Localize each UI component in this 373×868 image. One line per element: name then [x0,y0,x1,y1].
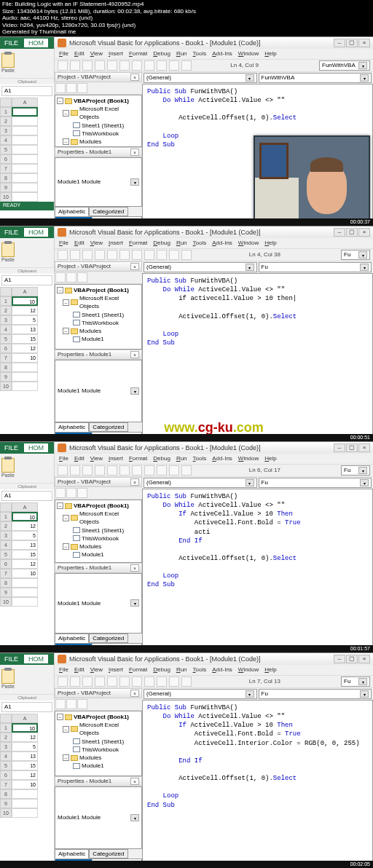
object-dropdown[interactable]: (General)▾ [144,73,257,83]
toggle-folders-icon[interactable] [77,83,87,93]
menu-help[interactable]: Help [264,50,276,58]
menu-run[interactable]: Run [176,455,187,462]
menu-insert[interactable]: Insert [109,455,123,462]
object-combo[interactable]: Module1 Module▾ [55,157,142,207]
menu-tools[interactable]: Tools [193,50,207,58]
vbe-toolbar[interactable]: Ln 4, Col 9 FunWithVBA▾ [55,59,373,72]
code-editor[interactable]: Public Sub FunWithVBA() Do While ActiveC… [142,700,373,868]
tool-copy-icon[interactable] [95,60,105,71]
menu-tools[interactable]: Tools [193,240,207,247]
meta-line2: Size: 13430614 bytes (12.81 MiB), durati… [2,8,371,15]
menu-run[interactable]: Run [176,666,187,674]
menu-run[interactable]: Run [176,240,187,247]
menu-insert[interactable]: Insert [109,50,123,58]
menu-file[interactable]: File [59,50,68,58]
menu-view[interactable]: View [90,50,103,58]
col-A-header[interactable]: A [12,98,38,107]
maximize-button[interactable]: ▢ [346,39,358,47]
menu-file[interactable]: File [59,455,68,462]
menu-view[interactable]: View [90,240,103,247]
menu-format[interactable]: Format [129,50,147,58]
minimize-button[interactable]: – [334,39,345,47]
project-tree[interactable]: –VBAProject (Book1)–Microsoft Excel Obje… [55,95,142,147]
vbe-window: Microsoft Visual Basic for Applications … [55,37,373,226]
tool-save-icon[interactable] [70,60,80,71]
properties-title[interactable]: Properties - Module1× [55,147,142,157]
view-object-icon[interactable] [66,83,76,93]
frame-1: FILE HOM Paste Clipboard A1 A 1234567891… [0,36,373,226]
menu-tools[interactable]: Tools [193,666,207,674]
tool-break-icon[interactable] [157,60,167,71]
home-tab[interactable]: HOM [24,39,48,47]
menu-debug[interactable]: Debug [153,666,170,674]
menu-format[interactable]: Format [129,455,147,462]
vbe-icon [58,655,66,663]
view-code-icon[interactable] [55,83,66,93]
tool-cut-icon[interactable] [82,60,93,71]
grid[interactable]: 12345678910 [0,107,54,202]
menu-debug[interactable]: Debug [153,455,170,462]
menu-edit[interactable]: Edit [74,240,85,247]
menu-window[interactable]: Window [238,455,259,462]
clipboard-label: Clipboard [0,78,54,84]
menu-run[interactable]: Run [176,50,187,58]
vbe-icon [58,443,66,452]
menu-debug[interactable]: Debug [153,50,170,58]
menu-window[interactable]: Window [238,50,259,58]
menu-insert[interactable]: Insert [109,666,123,674]
file-tab[interactable]: FILE [4,39,18,47]
tool-reset-icon[interactable] [169,60,179,71]
project-explorer-title[interactable]: Project - VBAProject× [55,72,142,82]
menu-window[interactable]: Window [238,240,259,247]
excel-tabs[interactable]: FILE HOM [0,37,54,49]
menu-edit[interactable]: Edit [74,50,85,58]
grid[interactable]: 110212354135156127108910 [0,296,54,391]
menu-view[interactable]: View [90,666,103,674]
menu-add-ins[interactable]: Add-Ins [212,455,232,462]
menu-tools[interactable]: Tools [193,455,207,462]
corner[interactable] [0,98,12,107]
menu-file[interactable]: File [59,240,68,247]
menu-add-ins[interactable]: Add-Ins [212,666,232,674]
menu-view[interactable]: View [90,455,103,462]
tool-design-icon[interactable] [181,60,192,71]
menu-edit[interactable]: Edit [74,455,85,462]
vbe-menu-bar[interactable]: FileEditViewInsertFormatDebugRunToolsAdd… [55,49,373,59]
menu-help[interactable]: Help [264,455,276,462]
code-editor[interactable]: Public Sub FunWithVBA() Do While ActiveC… [142,489,373,652]
paste-icon [1,669,15,684]
code-editor[interactable]: Public Sub FunWithVBA() Do While ActiveC… [142,273,373,441]
menu-debug[interactable]: Debug [153,240,170,247]
tool-view-icon[interactable] [58,60,68,71]
tool-paste-icon[interactable] [107,60,117,71]
menu-add-ins[interactable]: Add-Ins [212,50,232,58]
procedure-dropdown[interactable]: FunWithVBA▾ [259,73,372,83]
video-metadata: File: Building Logic with an IF Statemen… [0,0,373,36]
vbe-titlebar[interactable]: Microsoft Visual Basic for Applications … [55,37,373,49]
tool-run-icon[interactable] [144,60,154,71]
timestamp: 00:00:37 [350,219,370,224]
close-button[interactable]: × [358,39,370,47]
menu-format[interactable]: Format [129,240,147,247]
paste-icon [1,458,15,473]
menu-help[interactable]: Help [264,666,276,674]
chevron-down-icon[interactable]: ▾ [358,62,367,69]
close-icon[interactable]: × [130,74,139,81]
menu-add-ins[interactable]: Add-Ins [212,240,232,247]
close-icon[interactable]: × [130,149,139,156]
menu-file[interactable]: File [59,666,68,674]
menu-help[interactable]: Help [264,240,276,247]
name-box[interactable]: A1 [1,86,52,96]
tab-categorized[interactable]: Categorized [89,207,127,216]
paste-button[interactable]: Paste [1,242,15,262]
tab-alphabetic[interactable]: Alphabetic [55,207,89,216]
tool-undo-icon[interactable] [119,60,130,71]
frame-4: FILEHOM Paste Clipboard A1 A 11021235413… [0,652,373,868]
menu-edit[interactable]: Edit [74,666,85,674]
tool-redo-icon[interactable] [132,60,142,71]
menu-window[interactable]: Window [238,666,259,674]
menu-format[interactable]: Format [129,666,147,674]
menu-insert[interactable]: Insert [109,240,123,247]
paste-button[interactable]: Paste [1,53,15,73]
vbe-icon [58,39,66,47]
